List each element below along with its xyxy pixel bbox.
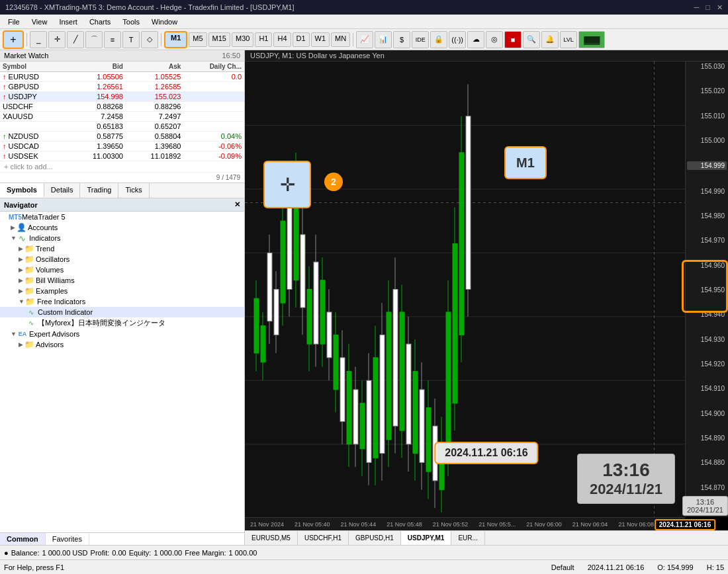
table-row[interactable]: ↑ GBPUSD 1.26561 1.26585: [0, 82, 244, 92]
change-cell: -0.06%: [183, 142, 244, 151]
bid-cell: 7.2458: [68, 112, 126, 122]
table-row[interactable]: ↑ USDSEK 11.00300 11.01892 -0.09%: [0, 151, 244, 161]
navigator-bottom-tabs: Common Favorites: [0, 532, 244, 545]
chart-tab-usdjpy-m1[interactable]: USDJPY,M1: [401, 531, 452, 545]
svg-rect-55: [360, 403, 365, 449]
nav-item-free-indicators[interactable]: ▼ 📁 Free Indicators: [0, 296, 244, 307]
free-margin-value: 1 000.00: [229, 549, 257, 557]
menu-charts[interactable]: Charts: [84, 17, 116, 27]
nav-item-custom-indicator[interactable]: ∿ Custom Indicator: [0, 307, 244, 317]
time-0548: 21 Nov 05:48: [387, 521, 422, 528]
dollar-button[interactable]: $: [393, 31, 410, 48]
navigator-close[interactable]: ✕: [234, 200, 240, 209]
nav-item-bill-williams[interactable]: ▶ 📁 Bill Williams: [0, 275, 244, 286]
table-row[interactable]: USDCHF 0.88268 0.88296: [0, 102, 244, 112]
cursor-button[interactable]: ⎯: [30, 31, 47, 48]
tab-trading[interactable]: Trading: [80, 183, 118, 198]
change-cell: -0.09%: [183, 151, 244, 161]
timeframe-m5[interactable]: M5: [189, 32, 206, 47]
m1-chart-button[interactable]: M1: [504, 146, 547, 179]
table-row[interactable]: ↑ EURUSD 1.05506 1.05525 0.0: [0, 72, 244, 82]
crosshair-button[interactable]: ✛: [48, 31, 66, 48]
table-row[interactable]: ↑ NZDUSD 0.58775 0.58804 0.04%: [0, 132, 244, 142]
tab-details[interactable]: Details: [44, 183, 81, 198]
search-button[interactable]: 🔍: [523, 31, 540, 48]
tab-ticks[interactable]: Ticks: [118, 183, 149, 198]
open-text: O: 154.999: [657, 563, 693, 571]
timeframe-m15[interactable]: M15: [208, 32, 230, 47]
bid-cell: 1.39650: [68, 142, 126, 151]
floating-time-date: 2024/11/21: [590, 481, 662, 498]
signal-bar[interactable]: ▓▓▓: [578, 31, 605, 48]
timeframe-m30[interactable]: M30: [232, 32, 253, 47]
nav-item-examples[interactable]: ▶ 📁 Examples: [0, 286, 244, 296]
chart-tab-eur[interactable]: EUR...: [451, 531, 484, 545]
svg-rect-34: [314, 262, 318, 344]
nav-item-indicators[interactable]: ▼ ∿ Indicators: [0, 233, 244, 243]
close-button[interactable]: ✕: [717, 3, 723, 12]
main-area: Market Watch 16:50 Symbol Bid Ask Daily …: [0, 50, 728, 545]
equity-value: 1 000.00: [154, 549, 182, 557]
lock-button[interactable]: 🔒: [430, 31, 447, 48]
indicator-button[interactable]: 📈: [356, 31, 373, 48]
signal-button[interactable]: ((·)): [449, 31, 466, 48]
ide-button[interactable]: IDE: [412, 31, 429, 48]
menu-insert[interactable]: Insert: [54, 17, 83, 27]
text-button[interactable]: T: [122, 31, 140, 48]
red-square[interactable]: ■: [504, 31, 522, 48]
chart-tab-gbpusd-h1[interactable]: GBPUSD,H1: [349, 531, 401, 545]
crosshair-chart-button[interactable]: ✛: [263, 161, 311, 208]
chart-tab-eurusd-m5[interactable]: EURUSD,M5: [245, 531, 298, 545]
cloud-button[interactable]: ☁: [467, 31, 484, 48]
nav-item-advisors[interactable]: ▶ 📁 Advisors: [0, 339, 244, 350]
svg-rect-94: [446, 312, 451, 449]
timeframe-m1[interactable]: M1: [164, 31, 187, 48]
shapes-button[interactable]: ◇: [141, 31, 158, 48]
bid-cell: 1.05506: [68, 72, 126, 82]
symbol-cell: ↑ USDJPY: [0, 92, 68, 102]
timeframe-d1[interactable]: D1: [293, 32, 310, 47]
timeframe-w1[interactable]: W1: [311, 32, 330, 47]
time-0555: 21 Nov 05:5...: [478, 521, 516, 528]
table-row[interactable]: ↑ USDJPY 154.998 155.023: [0, 92, 244, 102]
chart-button[interactable]: 📊: [375, 31, 392, 48]
nav-item-accounts[interactable]: ▶ 👤 Accounts: [0, 222, 244, 233]
nav-item-expert-advisors[interactable]: ▼ EA Expert Advisors: [0, 329, 244, 339]
nav-label-metatrader: MetaTrader 5: [22, 213, 66, 221]
nav-tab-favorites[interactable]: Favorites: [46, 533, 89, 545]
chart-canvas[interactable]: 155.030 155.020 155.010 155.000 154.999 …: [245, 62, 728, 530]
nav-item-metatrader[interactable]: MT5 MetaTrader 5: [0, 212, 244, 222]
nav-item-oscillators[interactable]: ▶ 📁 Oscillators: [0, 254, 244, 265]
change-cell: 0.04%: [183, 132, 244, 142]
line-button[interactable]: ╱: [67, 31, 84, 48]
nav-item-myforex[interactable]: ∿ 【Myforex】日本時間変換インジケータ: [0, 317, 244, 329]
nav-label-oscillators: Oscillators: [36, 255, 69, 263]
table-row[interactable]: 0.65183 0.65207: [0, 122, 244, 132]
menu-tools[interactable]: Tools: [117, 17, 145, 27]
timeframe-mn[interactable]: MN: [331, 32, 350, 47]
table-row[interactable]: ↑ USDCAD 1.39650 1.39680 -0.06%: [0, 142, 244, 151]
curve-button[interactable]: ⌒: [85, 31, 103, 48]
menu-window[interactable]: Window: [146, 17, 183, 27]
maximize-button[interactable]: □: [705, 3, 710, 12]
alerts-button[interactable]: 🔔: [541, 31, 559, 48]
menu-view[interactable]: View: [26, 17, 53, 27]
menu-file[interactable]: File: [3, 17, 25, 27]
level-button[interactable]: LVL: [560, 31, 577, 48]
minimize-button[interactable]: ─: [694, 3, 700, 12]
nav-item-trend[interactable]: ▶ 📁 Trend: [0, 243, 244, 254]
new-chart-button[interactable]: +: [3, 30, 24, 49]
nav-item-volumes[interactable]: ▶ 📁 Volumes: [0, 265, 244, 275]
market-button[interactable]: ◎: [486, 31, 503, 48]
timeframe-h1[interactable]: H1: [255, 32, 272, 47]
price-154890: 154.890: [687, 434, 727, 442]
titlebar: 12345678 - XMTrading-MT5 3: Demo Account…: [0, 0, 728, 15]
tab-symbols[interactable]: Symbols: [0, 183, 44, 198]
chart-tab-usdchf-h1[interactable]: USDCHF,H1: [298, 531, 349, 545]
table-row[interactable]: XAUUSD 7.2458 7.2497: [0, 112, 244, 122]
nav-tab-common[interactable]: Common: [0, 533, 46, 545]
titlebar-controls[interactable]: ─ □ ✕: [694, 3, 723, 12]
click-to-add[interactable]: + click to add...: [0, 161, 244, 172]
timeframe-h4[interactable]: H4: [273, 32, 291, 47]
lines-button[interactable]: ≡: [104, 31, 121, 48]
